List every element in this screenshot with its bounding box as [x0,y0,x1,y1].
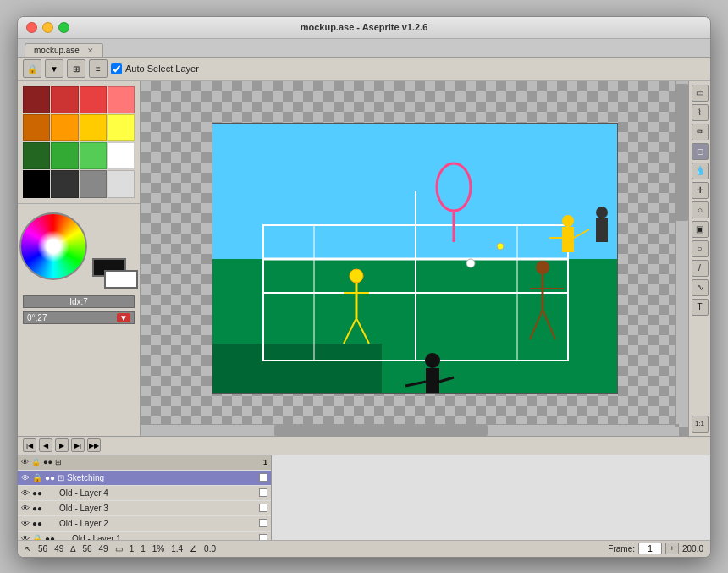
timeline-controls: |◀ ◀ ▶ ▶| ▶▶ [18,437,710,455]
lasso-tool[interactable]: ⌇ [692,104,709,121]
coord-y: 49 [54,544,63,554]
cursor-icon: ↖ [25,544,31,554]
vertical-scrollbar[interactable] [675,81,688,424]
horizontal-scrollbar[interactable] [141,424,675,436]
marquee-tool[interactable]: ▭ [692,85,709,102]
angle-display: 0°,27 ▼ [23,311,135,324]
canvas-area[interactable] [141,81,688,436]
grid-button[interactable]: ⊞ [67,59,85,78]
layer-frame-cell-3[interactable] [259,504,267,512]
play-button[interactable]: ▶ [55,438,69,452]
layer-frame-cell-sketching[interactable] [259,473,267,482]
auto-select-toggle[interactable]: Auto Select Layer [111,63,199,74]
eye-icon[interactable]: 👁 [21,473,30,482]
layer-row-3[interactable]: 👁 ●● Old - Layer 3 [18,501,271,516]
palette-color-12[interactable] [108,142,135,169]
fill-tool[interactable]: ▣ [692,221,709,238]
scale-percent: 1% [152,544,164,554]
menu-button[interactable]: ≡ [89,59,108,78]
last-frame-button[interactable]: ▶▶ [87,438,101,452]
layer-row-2[interactable]: 👁 ●● Old - Layer 2 [18,516,271,532]
scale-value: 1.4 [171,544,183,554]
down-button[interactable]: ▼ [45,59,63,78]
pixel-canvas[interactable] [212,123,618,394]
eye-icon-2[interactable]: 👁 [21,519,30,528]
eye-icon-3[interactable]: 👁 [21,504,30,513]
color-icon[interactable]: ⊡ [58,473,64,482]
palette-color-14[interactable] [51,170,78,197]
link-header-icon: ●● [43,458,52,466]
angle-label: 0°,27 [27,313,47,322]
pencil-tool[interactable]: ✏ [692,124,709,140]
frame-controls: Frame: + 200.0 [608,543,703,554]
color-header-icon: ⊞ [55,458,62,466]
link-icon-2[interactable]: ●● [32,519,42,528]
toolbar: 🔒 ▼ ⊞ ≡ Auto Select Layer [18,58,710,81]
layer-name-4: Old - Layer 4 [59,488,256,498]
palette-color-2[interactable] [51,86,78,113]
eye-icon-1[interactable]: 👁 [21,534,30,540]
svg-point-22 [562,215,574,227]
frame-increment-button[interactable]: + [665,543,679,554]
link-icon-3[interactable]: ●● [32,504,42,513]
move-tool[interactable]: ✛ [692,182,709,199]
next-frame-button[interactable]: ▶| [71,438,85,452]
color-palette [18,81,140,204]
layer-row-sketching[interactable]: 👁 🔒 ●● ⊡ Sketching [18,471,271,486]
palette-color-15[interactable] [80,170,107,197]
layer-name-sketching: Sketching [67,473,256,482]
layer-row-4[interactable]: 👁 ●● Old - Layer 4 [18,486,271,501]
ratio-display: 1:1 [692,416,709,433]
eye-header-icon: 👁 [21,458,29,466]
zoom-tool[interactable]: ⌕ [692,201,709,218]
palette-color-5[interactable] [23,114,50,141]
palette-color-11[interactable] [80,142,107,169]
lock-icon-1[interactable]: 🔒 [32,534,42,540]
minimize-button[interactable] [42,22,53,33]
maximize-button[interactable] [58,22,69,33]
palette-color-16[interactable] [108,170,135,197]
palette-color-1[interactable] [23,86,50,113]
palette-color-4[interactable] [108,86,135,113]
palette-color-7[interactable] [80,114,107,141]
lock-button[interactable]: 🔒 [23,59,41,78]
fps-value: 200.0 [682,544,703,554]
tab-close-icon[interactable]: ✕ [87,47,94,55]
palette-color-9[interactable] [23,142,50,169]
palette-color-6[interactable] [51,114,78,141]
prev-frame-button[interactable]: ◀ [39,438,52,452]
file-tab[interactable]: mockup.ase ✕ [25,43,103,57]
first-frame-button[interactable]: |◀ [23,438,36,452]
color-wheel[interactable] [19,212,87,280]
palette-color-10[interactable] [51,142,78,169]
eye-icon-4[interactable]: 👁 [21,488,30,498]
auto-select-label: Auto Select Layer [125,63,199,74]
layer-frame-cell-4[interactable] [259,488,267,497]
link-icon-4[interactable]: ●● [32,488,42,498]
layer-frame-cell-2[interactable] [259,519,267,527]
scrollbar-thumb-h[interactable] [274,425,488,436]
frame-input[interactable] [638,543,662,554]
link-icon-1[interactable]: ●● [45,534,55,540]
angle-reset-button[interactable]: ▼ [117,313,130,322]
link-icon[interactable]: ●● [45,473,55,482]
palette-color-13[interactable] [23,170,50,197]
status-bar: ↖ 56 49 ∆ 56 49 ▭ 1 1 1% 1.4 ∠ 0.0 Frame… [18,540,710,557]
curve-tool[interactable]: ∿ [692,279,709,296]
left-panel: Idx:7 0°,27 ▼ [18,81,141,436]
scrollbar-thumb-v[interactable] [676,84,688,221]
layer-row-1[interactable]: 👁 🔒 ●● Old - Layer 1 [18,532,271,540]
brush-tool[interactable]: ○ [692,240,709,257]
auto-select-checkbox[interactable] [111,63,122,74]
line-tool[interactable]: / [692,260,709,277]
background-color[interactable] [104,270,138,289]
palette-color-3[interactable] [80,86,107,113]
eyedropper-tool[interactable]: 💧 [692,163,709,179]
lock-icon-layer[interactable]: 🔒 [32,473,42,482]
svg-rect-27 [596,218,608,242]
delta-icon: ∆ [70,544,75,554]
palette-color-8[interactable] [108,114,135,141]
close-button[interactable] [26,22,37,33]
eraser-tool[interactable]: ◻ [692,143,709,160]
text-tool[interactable]: T [692,299,709,316]
